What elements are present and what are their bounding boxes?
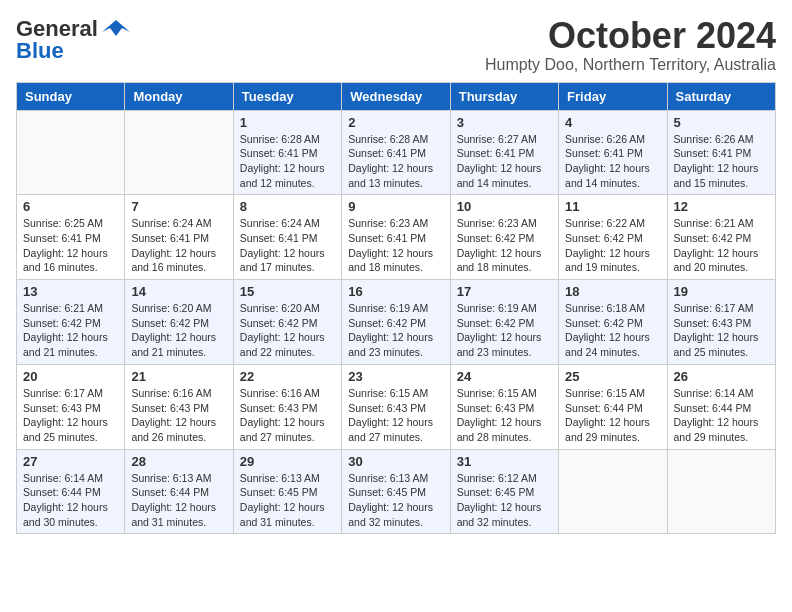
- cell-sunrise: Sunrise: 6:16 AM: [240, 386, 335, 401]
- cell-info: Sunrise: 6:27 AMSunset: 6:41 PMDaylight:…: [457, 132, 552, 191]
- cell-info: Sunrise: 6:21 AMSunset: 6:42 PMDaylight:…: [23, 301, 118, 360]
- cell-info: Sunrise: 6:25 AMSunset: 6:41 PMDaylight:…: [23, 216, 118, 275]
- header-sunday: Sunday: [17, 82, 125, 110]
- calendar-cell: 17Sunrise: 6:19 AMSunset: 6:42 PMDayligh…: [450, 280, 558, 365]
- cell-sunset: Sunset: 6:43 PM: [23, 401, 118, 416]
- cell-sunset: Sunset: 6:41 PM: [348, 146, 443, 161]
- cell-date-number: 24: [457, 369, 552, 384]
- cell-sunset: Sunset: 6:41 PM: [348, 231, 443, 246]
- svg-marker-0: [102, 20, 130, 36]
- cell-date-number: 3: [457, 115, 552, 130]
- cell-date-number: 6: [23, 199, 118, 214]
- calendar-cell: 24Sunrise: 6:15 AMSunset: 6:43 PMDayligh…: [450, 364, 558, 449]
- calendar-cell: 31Sunrise: 6:12 AMSunset: 6:45 PMDayligh…: [450, 449, 558, 534]
- cell-info: Sunrise: 6:16 AMSunset: 6:43 PMDaylight:…: [131, 386, 226, 445]
- cell-info: Sunrise: 6:14 AMSunset: 6:44 PMDaylight:…: [674, 386, 769, 445]
- calendar-week-row: 13Sunrise: 6:21 AMSunset: 6:42 PMDayligh…: [17, 280, 776, 365]
- calendar-cell: 27Sunrise: 6:14 AMSunset: 6:44 PMDayligh…: [17, 449, 125, 534]
- cell-sunrise: Sunrise: 6:12 AM: [457, 471, 552, 486]
- cell-date-number: 17: [457, 284, 552, 299]
- calendar-cell: 22Sunrise: 6:16 AMSunset: 6:43 PMDayligh…: [233, 364, 341, 449]
- cell-date-number: 14: [131, 284, 226, 299]
- cell-date-number: 31: [457, 454, 552, 469]
- page-header: General Blue October 2024 Humpty Doo, No…: [16, 16, 776, 74]
- cell-sunset: Sunset: 6:42 PM: [565, 316, 660, 331]
- cell-info: Sunrise: 6:15 AMSunset: 6:43 PMDaylight:…: [348, 386, 443, 445]
- cell-sunrise: Sunrise: 6:13 AM: [131, 471, 226, 486]
- calendar-cell: [667, 449, 775, 534]
- cell-date-number: 1: [240, 115, 335, 130]
- cell-info: Sunrise: 6:22 AMSunset: 6:42 PMDaylight:…: [565, 216, 660, 275]
- cell-info: Sunrise: 6:13 AMSunset: 6:45 PMDaylight:…: [240, 471, 335, 530]
- cell-daylight: Daylight: 12 hours and 21 minutes.: [23, 330, 118, 359]
- cell-sunset: Sunset: 6:43 PM: [131, 401, 226, 416]
- cell-sunrise: Sunrise: 6:17 AM: [23, 386, 118, 401]
- cell-daylight: Daylight: 12 hours and 14 minutes.: [565, 161, 660, 190]
- calendar-week-row: 27Sunrise: 6:14 AMSunset: 6:44 PMDayligh…: [17, 449, 776, 534]
- cell-daylight: Daylight: 12 hours and 18 minutes.: [457, 246, 552, 275]
- calendar-cell: 29Sunrise: 6:13 AMSunset: 6:45 PMDayligh…: [233, 449, 341, 534]
- calendar-cell: 28Sunrise: 6:13 AMSunset: 6:44 PMDayligh…: [125, 449, 233, 534]
- logo: General Blue: [16, 16, 130, 64]
- cell-sunrise: Sunrise: 6:21 AM: [23, 301, 118, 316]
- header-saturday: Saturday: [667, 82, 775, 110]
- cell-info: Sunrise: 6:24 AMSunset: 6:41 PMDaylight:…: [240, 216, 335, 275]
- cell-date-number: 16: [348, 284, 443, 299]
- cell-sunrise: Sunrise: 6:27 AM: [457, 132, 552, 147]
- cell-sunset: Sunset: 6:45 PM: [240, 485, 335, 500]
- calendar-cell: 10Sunrise: 6:23 AMSunset: 6:42 PMDayligh…: [450, 195, 558, 280]
- calendar-cell: 8Sunrise: 6:24 AMSunset: 6:41 PMDaylight…: [233, 195, 341, 280]
- cell-info: Sunrise: 6:28 AMSunset: 6:41 PMDaylight:…: [348, 132, 443, 191]
- calendar-cell: 12Sunrise: 6:21 AMSunset: 6:42 PMDayligh…: [667, 195, 775, 280]
- cell-sunrise: Sunrise: 6:23 AM: [457, 216, 552, 231]
- cell-sunset: Sunset: 6:45 PM: [348, 485, 443, 500]
- calendar-subtitle: Humpty Doo, Northern Territory, Australi…: [485, 56, 776, 74]
- cell-sunset: Sunset: 6:43 PM: [457, 401, 552, 416]
- cell-sunrise: Sunrise: 6:24 AM: [240, 216, 335, 231]
- cell-daylight: Daylight: 12 hours and 27 minutes.: [348, 415, 443, 444]
- cell-info: Sunrise: 6:18 AMSunset: 6:42 PMDaylight:…: [565, 301, 660, 360]
- cell-daylight: Daylight: 12 hours and 25 minutes.: [674, 330, 769, 359]
- cell-info: Sunrise: 6:19 AMSunset: 6:42 PMDaylight:…: [457, 301, 552, 360]
- calendar-cell: [125, 110, 233, 195]
- cell-sunrise: Sunrise: 6:19 AM: [348, 301, 443, 316]
- cell-daylight: Daylight: 12 hours and 22 minutes.: [240, 330, 335, 359]
- cell-sunset: Sunset: 6:42 PM: [23, 316, 118, 331]
- cell-date-number: 9: [348, 199, 443, 214]
- cell-sunrise: Sunrise: 6:15 AM: [565, 386, 660, 401]
- cell-date-number: 15: [240, 284, 335, 299]
- cell-info: Sunrise: 6:23 AMSunset: 6:41 PMDaylight:…: [348, 216, 443, 275]
- logo-blue-text: Blue: [16, 38, 64, 64]
- cell-info: Sunrise: 6:20 AMSunset: 6:42 PMDaylight:…: [240, 301, 335, 360]
- calendar-week-row: 6Sunrise: 6:25 AMSunset: 6:41 PMDaylight…: [17, 195, 776, 280]
- header-friday: Friday: [559, 82, 667, 110]
- cell-info: Sunrise: 6:17 AMSunset: 6:43 PMDaylight:…: [674, 301, 769, 360]
- calendar-cell: 21Sunrise: 6:16 AMSunset: 6:43 PMDayligh…: [125, 364, 233, 449]
- calendar-cell: 1Sunrise: 6:28 AMSunset: 6:41 PMDaylight…: [233, 110, 341, 195]
- cell-sunset: Sunset: 6:44 PM: [131, 485, 226, 500]
- cell-date-number: 23: [348, 369, 443, 384]
- calendar-cell: 19Sunrise: 6:17 AMSunset: 6:43 PMDayligh…: [667, 280, 775, 365]
- cell-sunrise: Sunrise: 6:17 AM: [674, 301, 769, 316]
- cell-date-number: 30: [348, 454, 443, 469]
- calendar-cell: 14Sunrise: 6:20 AMSunset: 6:42 PMDayligh…: [125, 280, 233, 365]
- cell-info: Sunrise: 6:15 AMSunset: 6:43 PMDaylight:…: [457, 386, 552, 445]
- cell-info: Sunrise: 6:23 AMSunset: 6:42 PMDaylight:…: [457, 216, 552, 275]
- cell-date-number: 10: [457, 199, 552, 214]
- cell-sunrise: Sunrise: 6:20 AM: [131, 301, 226, 316]
- cell-daylight: Daylight: 12 hours and 29 minutes.: [565, 415, 660, 444]
- cell-sunset: Sunset: 6:43 PM: [674, 316, 769, 331]
- cell-date-number: 29: [240, 454, 335, 469]
- calendar-cell: 16Sunrise: 6:19 AMSunset: 6:42 PMDayligh…: [342, 280, 450, 365]
- cell-info: Sunrise: 6:26 AMSunset: 6:41 PMDaylight:…: [674, 132, 769, 191]
- cell-sunset: Sunset: 6:44 PM: [674, 401, 769, 416]
- calendar-cell: 30Sunrise: 6:13 AMSunset: 6:45 PMDayligh…: [342, 449, 450, 534]
- cell-sunset: Sunset: 6:44 PM: [565, 401, 660, 416]
- calendar-cell: 26Sunrise: 6:14 AMSunset: 6:44 PMDayligh…: [667, 364, 775, 449]
- cell-date-number: 21: [131, 369, 226, 384]
- cell-date-number: 20: [23, 369, 118, 384]
- header-tuesday: Tuesday: [233, 82, 341, 110]
- calendar-cell: 23Sunrise: 6:15 AMSunset: 6:43 PMDayligh…: [342, 364, 450, 449]
- cell-date-number: 11: [565, 199, 660, 214]
- cell-date-number: 8: [240, 199, 335, 214]
